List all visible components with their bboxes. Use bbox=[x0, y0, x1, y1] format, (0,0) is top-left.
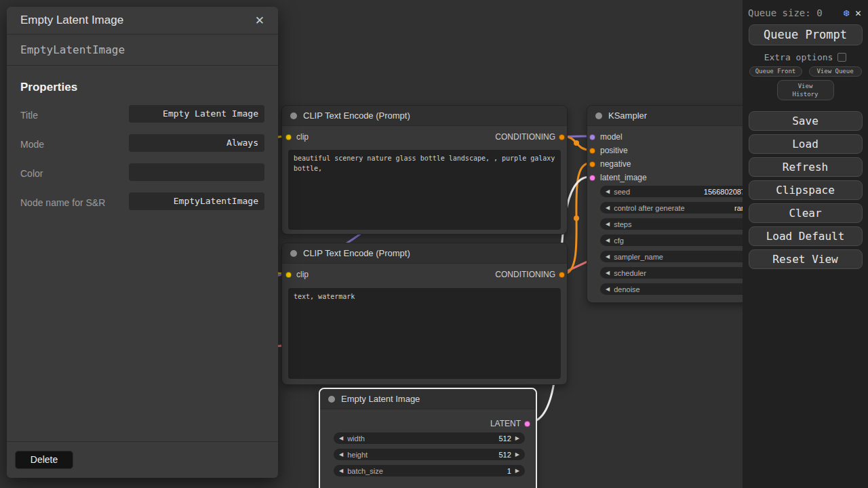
prompt-textarea[interactable]: beautiful scenery nature glass bottle la… bbox=[288, 150, 561, 230]
extra-options-label: Extra options bbox=[764, 52, 833, 62]
sampler-name-widget[interactable]: ◀ sampler_name bbox=[600, 251, 763, 262]
load-default-button[interactable]: Load Default bbox=[749, 226, 863, 246]
collapse-dot-icon[interactable] bbox=[290, 113, 297, 119]
latent-output-slot[interactable] bbox=[524, 421, 530, 427]
width-widget[interactable]: ◀ width 512 ▶ bbox=[334, 432, 525, 444]
widget-name: control after generate bbox=[614, 204, 685, 212]
link-midpoint-dot bbox=[574, 216, 579, 221]
color-field[interactable] bbox=[129, 163, 264, 181]
decrement-arrow-icon[interactable]: ◀ bbox=[606, 221, 610, 227]
control-after-generate-widget[interactable]: ◀ control after generate ran bbox=[600, 202, 763, 214]
link-midpoint-dot bbox=[574, 140, 579, 146]
conditioning-output-slot[interactable] bbox=[559, 272, 565, 278]
comfy-menu: Queue size: 0 ❆ ✕ Queue Prompt Extra opt… bbox=[743, 0, 868, 488]
steps-widget[interactable]: ◀ steps bbox=[600, 218, 763, 230]
widget-name: seed bbox=[614, 188, 630, 196]
conditioning-output-label: CONDITIONING bbox=[495, 132, 555, 142]
title-field[interactable]: Empty Latent Image bbox=[129, 105, 264, 123]
node-title: CLIP Text Encode (Prompt) bbox=[303, 248, 410, 258]
widget-name: width bbox=[347, 434, 365, 443]
properties-heading: Properties bbox=[20, 81, 264, 94]
decrement-arrow-icon[interactable]: ◀ bbox=[606, 205, 610, 211]
conditioning-output-slot[interactable] bbox=[559, 134, 565, 140]
widget-name: height bbox=[347, 451, 368, 459]
model-input-label: model bbox=[600, 132, 623, 142]
decrement-arrow-icon[interactable]: ◀ bbox=[606, 270, 610, 276]
clipspace-button[interactable]: Clipspace bbox=[749, 180, 863, 200]
node-clip-text-encode-positive[interactable]: CLIP Text Encode (Prompt) clip CONDITION… bbox=[281, 105, 568, 235]
node-title-bar[interactable]: KSampler bbox=[587, 106, 769, 126]
widget-value: 512 bbox=[498, 434, 511, 443]
node-clip-text-encode-negative[interactable]: CLIP Text Encode (Prompt) clip CONDITION… bbox=[281, 243, 568, 385]
seed-widget[interactable]: ◀ seed 1566802087 bbox=[600, 186, 763, 197]
node-title-bar[interactable]: Empty Latent Image bbox=[320, 389, 536, 409]
queue-size-label: Queue size: 0 bbox=[748, 7, 823, 18]
latent-output-label: LATENT bbox=[490, 419, 521, 428]
negative-input-label: negative bbox=[600, 159, 631, 169]
widget-name: cfg bbox=[614, 237, 624, 245]
collapse-dot-icon[interactable] bbox=[595, 113, 602, 119]
decrement-arrow-icon[interactable]: ◀ bbox=[339, 435, 343, 441]
close-icon[interactable]: ✕ bbox=[855, 7, 861, 19]
delete-button[interactable]: Delete bbox=[15, 451, 73, 469]
save-button[interactable]: Save bbox=[749, 111, 863, 131]
clip-input-slot[interactable] bbox=[285, 134, 292, 140]
mode-label: Mode bbox=[20, 134, 129, 151]
widget-value: 1566802087 bbox=[704, 188, 745, 196]
cfg-widget[interactable]: ◀ cfg bbox=[600, 235, 763, 246]
settings-icon[interactable]: ❆ bbox=[844, 7, 850, 19]
model-input-slot[interactable] bbox=[589, 134, 595, 140]
widget-name: denoise bbox=[614, 285, 640, 293]
node-type-name: EmptyLatentImage bbox=[20, 43, 125, 56]
node-name-label: Node name for S&R bbox=[20, 192, 129, 209]
node-empty-latent-image[interactable]: Empty Latent Image LATENT ◀ width 512 ▶ … bbox=[319, 388, 537, 488]
reset-view-button[interactable]: Reset View bbox=[749, 249, 863, 269]
view-history-button[interactable]: View History bbox=[777, 80, 834, 100]
node-title: Empty Latent Image bbox=[341, 394, 420, 404]
widget-name: batch_size bbox=[347, 467, 383, 475]
close-icon[interactable]: ✕ bbox=[255, 14, 264, 28]
positive-input-slot[interactable] bbox=[589, 148, 595, 154]
increment-arrow-icon[interactable]: ▶ bbox=[515, 451, 519, 458]
increment-arrow-icon[interactable]: ▶ bbox=[515, 435, 519, 441]
dialog-title: Empty Latent Image bbox=[20, 14, 123, 27]
node-title-bar[interactable]: CLIP Text Encode (Prompt) bbox=[282, 106, 567, 126]
collapse-dot-icon[interactable] bbox=[290, 250, 297, 257]
node-properties-dialog: Empty Latent Image ✕ EmptyLatentImage Pr… bbox=[7, 7, 278, 478]
negative-input-slot[interactable] bbox=[589, 161, 595, 167]
decrement-arrow-icon[interactable]: ◀ bbox=[339, 468, 343, 474]
node-title: CLIP Text Encode (Prompt) bbox=[303, 110, 410, 121]
decrement-arrow-icon[interactable]: ◀ bbox=[606, 237, 610, 243]
scheduler-widget[interactable]: ◀ scheduler bbox=[600, 267, 763, 279]
color-label: Color bbox=[20, 163, 129, 180]
latent-image-input-label: latent_image bbox=[600, 173, 647, 182]
decrement-arrow-icon[interactable]: ◀ bbox=[606, 286, 610, 292]
batch-size-widget[interactable]: ◀ batch_size 1 ▶ bbox=[334, 465, 525, 476]
refresh-button[interactable]: Refresh bbox=[749, 157, 863, 177]
clip-input-label: clip bbox=[296, 270, 309, 279]
conditioning-output-label: CONDITIONING bbox=[495, 270, 555, 279]
collapse-dot-icon[interactable] bbox=[328, 396, 335, 403]
clip-input-label: clip bbox=[296, 132, 309, 142]
node-title-bar[interactable]: CLIP Text Encode (Prompt) bbox=[282, 243, 567, 264]
property-row-color: Color bbox=[20, 163, 264, 181]
view-queue-button[interactable]: View Queue bbox=[809, 66, 862, 77]
prompt-textarea[interactable]: text, watermark bbox=[288, 288, 561, 379]
positive-input-label: positive bbox=[600, 146, 628, 155]
height-widget[interactable]: ◀ height 512 ▶ bbox=[334, 449, 525, 460]
load-button[interactable]: Load bbox=[749, 134, 863, 154]
node-name-field[interactable]: EmptyLatentImage bbox=[129, 192, 264, 210]
latent-image-input-slot[interactable] bbox=[589, 175, 595, 181]
queue-prompt-button[interactable]: Queue Prompt bbox=[749, 24, 863, 45]
queue-front-button[interactable]: Queue Front bbox=[749, 66, 802, 77]
clip-input-slot[interactable] bbox=[285, 272, 292, 278]
decrement-arrow-icon[interactable]: ◀ bbox=[606, 253, 610, 260]
clear-button[interactable]: Clear bbox=[749, 203, 863, 223]
increment-arrow-icon[interactable]: ▶ bbox=[515, 468, 519, 474]
denoise-widget[interactable]: ◀ denoise bbox=[600, 283, 763, 295]
widget-name: steps bbox=[614, 220, 631, 228]
mode-field[interactable]: Always bbox=[129, 134, 264, 152]
decrement-arrow-icon[interactable]: ◀ bbox=[339, 451, 343, 458]
decrement-arrow-icon[interactable]: ◀ bbox=[606, 188, 610, 195]
extra-options-checkbox[interactable] bbox=[837, 53, 846, 62]
